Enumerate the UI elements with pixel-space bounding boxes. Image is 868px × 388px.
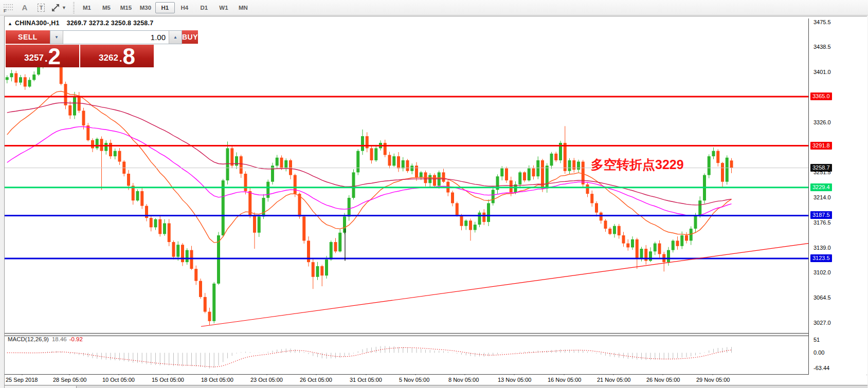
text-label-icon[interactable]: T — [34, 2, 48, 14]
price-level-label: 3291.8 — [810, 142, 832, 150]
timeframe-w1[interactable]: W1 — [214, 2, 233, 13]
macd-tick: -63.44 — [813, 365, 829, 371]
buy-price-display[interactable]: 3262.8 — [80, 45, 154, 67]
chart-tabs-strip[interactable] — [5, 385, 867, 388]
svg-text:F: F — [4, 8, 7, 13]
price-tick: 3214.0 — [813, 194, 831, 200]
price-level-label: 3258.7 — [810, 164, 832, 172]
volume-input[interactable] — [63, 31, 169, 44]
time-tick: 13 Nov 05:00 — [498, 377, 531, 383]
time-tick: 16 Nov 05:00 — [548, 377, 581, 383]
price-tick: 3027.0 — [813, 320, 831, 326]
arrows-icon[interactable]: ▼ — [50, 2, 67, 14]
time-tick: 29 Nov 05:00 — [696, 377, 730, 383]
price-level-label: 3187.5 — [810, 211, 832, 219]
one-click-trade-panel: SELL ▼ ▲ BUY 3257.2 3262.8 — [6, 30, 154, 67]
price-tick: 3139.0 — [813, 245, 831, 251]
price-tick: 3401.0 — [813, 69, 831, 75]
timeframe-d1[interactable]: D1 — [194, 2, 214, 13]
price-tick: 3064.5 — [813, 294, 831, 301]
price-axis[interactable]: 3475.53438.53401.03326.03251.53214.03176… — [809, 16, 867, 375]
time-tick: 10 Oct 05:00 — [102, 377, 135, 383]
macd-indicator-label: MACD(12,26,9)18.46-0.92 — [8, 336, 83, 342]
time-tick: 23 Oct 05:00 — [250, 377, 283, 383]
time-tick: 8 Nov 05:00 — [448, 377, 479, 383]
volume-increase-button[interactable]: ▲ — [169, 31, 182, 44]
time-tick: 18 Oct 05:00 — [201, 377, 233, 383]
volume-decrease-button[interactable]: ▼ — [50, 31, 63, 44]
time-tick: 5 Nov 05:00 — [399, 377, 429, 383]
chevron-down-icon: ▼ — [62, 5, 66, 10]
price-tick: 3326.0 — [813, 119, 831, 125]
time-tick: 31 Oct 05:00 — [350, 377, 382, 383]
timeframe-h1[interactable]: H1 — [155, 2, 175, 13]
time-tick: 26 Oct 05:00 — [300, 377, 332, 383]
volume-spinner: ▼ ▲ — [50, 30, 182, 44]
price-tick: 3475.5 — [813, 19, 831, 25]
chart-window: ▲CHINA300-,H13269.7 3273.2 3250.8 3258.7… — [4, 16, 867, 388]
price-tick: 3438.5 — [813, 44, 831, 50]
chart-annotation: 多空转折点3229 — [591, 156, 684, 173]
timeframe-m15[interactable]: M15 — [116, 2, 136, 13]
triangle-up-icon: ▲ — [8, 21, 12, 26]
timeframe-m30[interactable]: M30 — [136, 2, 155, 13]
price-level-label: 3229.4 — [810, 183, 832, 191]
text-icon[interactable]: A — [17, 2, 32, 14]
symbol-period: CHINA300-,H1 — [15, 20, 59, 27]
title-ohlc-values: 3269.7 3273.2 3250.8 3258.7 — [67, 20, 154, 27]
price-level-label: 3365.0 — [810, 93, 832, 100]
toolbar-grip — [72, 2, 76, 13]
price-tick: 3102.0 — [813, 269, 831, 275]
timeframe-mn[interactable]: MN — [233, 2, 253, 13]
time-tick: 28 Sep 05:00 — [53, 377, 86, 383]
sell-button[interactable]: SELL — [6, 30, 50, 44]
timeframe-m5[interactable]: M5 — [97, 2, 116, 13]
time-tick: 26 Nov 05:00 — [646, 377, 680, 383]
time-axis[interactable]: 25 Sep 201828 Sep 05:0010 Oct 05:0015 Oc… — [5, 375, 867, 385]
macd-tick: 0.00 — [813, 349, 824, 356]
top-toolbar: F A T ▼ M1M5M15M30H1H4D1W1MN — [0, 0, 868, 15]
time-tick: 21 Nov 05:00 — [597, 377, 630, 383]
price-chart-canvas[interactable] — [5, 16, 867, 388]
time-tick: 25 Sep 2018 — [6, 377, 38, 383]
price-level-label: 3123.5 — [810, 254, 832, 262]
buy-button[interactable]: BUY — [182, 30, 198, 44]
macd-main-value: 18.46 — [52, 336, 67, 342]
price-tick: 3176.5 — [813, 219, 831, 226]
sell-price-display[interactable]: 3257.2 — [6, 45, 79, 67]
chart-title: ▲CHINA300-,H13269.7 3273.2 3250.8 3258.7 — [8, 20, 153, 27]
timeframe-h4[interactable]: H4 — [175, 2, 194, 13]
chart-tab[interactable] — [5, 386, 77, 388]
macd-tick: 51 — [813, 337, 820, 343]
timeframe-m1[interactable]: M1 — [77, 2, 97, 13]
timeframe-buttons: M1M5M15M30H1H4D1W1MN — [77, 2, 253, 13]
fibonacci-icon[interactable]: F — [1, 2, 15, 14]
macd-signal-value: -0.92 — [69, 336, 83, 342]
time-tick: 15 Oct 05:00 — [152, 377, 184, 383]
